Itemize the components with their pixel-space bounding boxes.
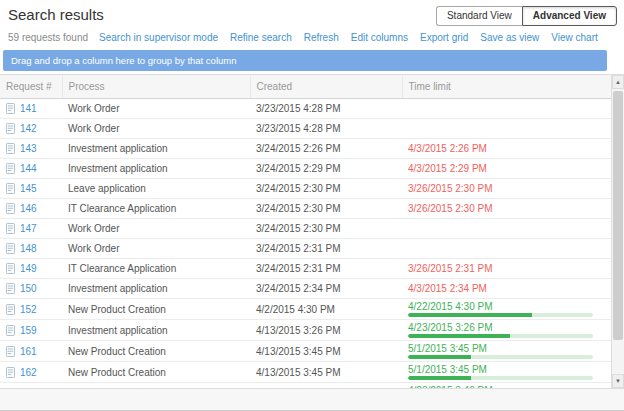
time-limit-text: [408, 103, 605, 114]
request-link[interactable]: 150: [20, 283, 37, 294]
table-row[interactable]: 150 Investment application 3/24/2015 2:3…: [0, 279, 611, 299]
table-row[interactable]: 147 Work Order 3/24/2015 2:30 PM: [0, 219, 611, 239]
request-link[interactable]: 159: [20, 325, 37, 336]
scrollbar-thumb[interactable]: [613, 91, 623, 340]
link-save-as-view[interactable]: Save as view: [480, 32, 539, 43]
table-row[interactable]: 141 Work Order 3/23/2015 4:28 PM: [0, 99, 611, 119]
document-icon: [6, 304, 20, 315]
link-supervisor-mode[interactable]: Search in supervisor mode: [99, 32, 218, 43]
link-edit-columns[interactable]: Edit columns: [351, 32, 408, 43]
time-limit-text: 3/26/2015 2:30 PM: [408, 183, 605, 194]
table-row[interactable]: 161 New Product Creation 4/13/2015 3:45 …: [0, 341, 611, 362]
document-icon: [6, 243, 20, 254]
created-cell: 3/23/2015 4:28 PM: [250, 119, 402, 139]
time-limit-text: [408, 223, 605, 234]
time-limit-cell: 4/3/2015 2:26 PM: [402, 139, 611, 159]
results-toolbar: 59 requests found Search in supervisor m…: [0, 28, 624, 48]
request-cell: 150: [0, 279, 62, 299]
request-link[interactable]: 146: [20, 203, 37, 214]
table-row[interactable]: 149 IT Clearance Application 3/24/2015 2…: [0, 259, 611, 279]
document-icon: [6, 103, 20, 114]
time-limit-cell: 4/3/2015 2:29 PM: [402, 159, 611, 179]
time-limit-cell: 3/26/2015 2:31 PM: [402, 259, 611, 279]
request-cell: 162: [0, 362, 62, 383]
time-limit-cell: 3/26/2015 2:30 PM: [402, 199, 611, 219]
time-limit-text: 4/3/2015 2:26 PM: [408, 143, 605, 154]
time-limit-text: 4/3/2015 2:34 PM: [408, 283, 605, 294]
request-link[interactable]: 142: [20, 123, 37, 134]
request-link[interactable]: 147: [20, 223, 37, 234]
request-cell: 144: [0, 159, 62, 179]
request-link[interactable]: 161: [20, 346, 37, 357]
time-limit-cell: [402, 119, 611, 139]
grid-footer: [0, 388, 624, 410]
scrollbar-track[interactable]: [613, 90, 623, 373]
request-cell: 148: [0, 239, 62, 259]
request-link[interactable]: 144: [20, 163, 37, 174]
process-cell: Investment application: [62, 320, 250, 341]
time-limit-cell: [402, 219, 611, 239]
request-link[interactable]: 148: [20, 243, 37, 254]
scroll-down-icon[interactable]: ▼: [612, 374, 624, 388]
column-header-request[interactable]: Request #: [0, 75, 62, 99]
process-cell: Investment application: [62, 159, 250, 179]
request-link[interactable]: 149: [20, 263, 37, 274]
time-limit-text: 4/23/2015 3:26 PM: [408, 322, 605, 333]
process-cell: Investment application: [62, 279, 250, 299]
request-link[interactable]: 162: [20, 367, 37, 378]
table-row[interactable]: 146 IT Clearance Application 3/24/2015 2…: [0, 199, 611, 219]
created-cell: 4/13/2015 3:45 PM: [250, 341, 402, 362]
time-limit-cell: [402, 239, 611, 259]
link-export-grid[interactable]: Export grid: [420, 32, 468, 43]
time-limit-cell: 5/1/2015 3:45 PM: [402, 341, 611, 362]
link-refine-search[interactable]: Refine search: [230, 32, 292, 43]
request-link[interactable]: 143: [20, 143, 37, 154]
time-limit-text: 5/1/2015 3:45 PM: [408, 364, 605, 375]
column-header-time-limit[interactable]: Time limit: [402, 75, 611, 99]
request-link[interactable]: 141: [20, 103, 37, 114]
link-view-chart[interactable]: View chart: [551, 32, 598, 43]
request-link[interactable]: 145: [20, 183, 37, 194]
process-cell: Leave application: [62, 179, 250, 199]
progress-bar: [408, 376, 593, 380]
table-row[interactable]: 145 Leave application 3/24/2015 2:30 PM …: [0, 179, 611, 199]
page-title: Search results: [8, 5, 104, 24]
table-row[interactable]: 162 New Product Creation 4/13/2015 3:45 …: [0, 362, 611, 383]
created-cell: 3/24/2015 2:30 PM: [250, 179, 402, 199]
time-limit-cell: 4/22/2015 4:30 PM: [402, 299, 611, 320]
document-icon: [6, 183, 20, 194]
table-row[interactable]: 142 Work Order 3/23/2015 4:28 PM: [0, 119, 611, 139]
table-row[interactable]: 159 Investment application 4/13/2015 3:2…: [0, 320, 611, 341]
created-cell: 3/23/2015 4:28 PM: [250, 99, 402, 119]
process-cell: IT Clearance Application: [62, 259, 250, 279]
created-cell: 3/24/2015 2:30 PM: [250, 199, 402, 219]
column-header-created[interactable]: Created: [250, 75, 402, 99]
scroll-up-icon[interactable]: ▲: [612, 75, 624, 89]
search-results-page: Search results Standard View Advanced Vi…: [0, 0, 624, 411]
link-refresh[interactable]: Refresh: [304, 32, 339, 43]
progress-bar: [408, 355, 593, 359]
time-limit-cell: 3/26/2015 2:30 PM: [402, 179, 611, 199]
table-row[interactable]: 144 Investment application 3/24/2015 2:2…: [0, 159, 611, 179]
group-by-drop-zone[interactable]: Drag and drop a column here to group by …: [3, 50, 607, 71]
advanced-view-button[interactable]: Advanced View: [522, 6, 617, 26]
results-table: Request # Process Created Time limit 141…: [0, 75, 611, 404]
table-row[interactable]: 148 Work Order 3/24/2015 2:31 PM: [0, 239, 611, 259]
standard-view-button[interactable]: Standard View: [436, 6, 522, 26]
request-cell: 161: [0, 341, 62, 362]
document-icon: [6, 203, 20, 214]
process-cell: New Product Creation: [62, 362, 250, 383]
column-header-process[interactable]: Process: [62, 75, 250, 99]
table-row[interactable]: 143 Investment application 3/24/2015 2:2…: [0, 139, 611, 159]
table-row[interactable]: 152 New Product Creation 4/2/2015 4:30 P…: [0, 299, 611, 320]
request-cell: 159: [0, 320, 62, 341]
request-cell: 141: [0, 99, 62, 119]
time-limit-cell: [402, 99, 611, 119]
process-cell: New Product Creation: [62, 341, 250, 362]
request-cell: 152: [0, 299, 62, 320]
vertical-scrollbar[interactable]: ▲ ▼: [611, 75, 624, 388]
request-link[interactable]: 152: [20, 304, 37, 315]
created-cell: 3/24/2015 2:31 PM: [250, 239, 402, 259]
request-cell: 149: [0, 259, 62, 279]
progress-bar: [408, 334, 593, 338]
